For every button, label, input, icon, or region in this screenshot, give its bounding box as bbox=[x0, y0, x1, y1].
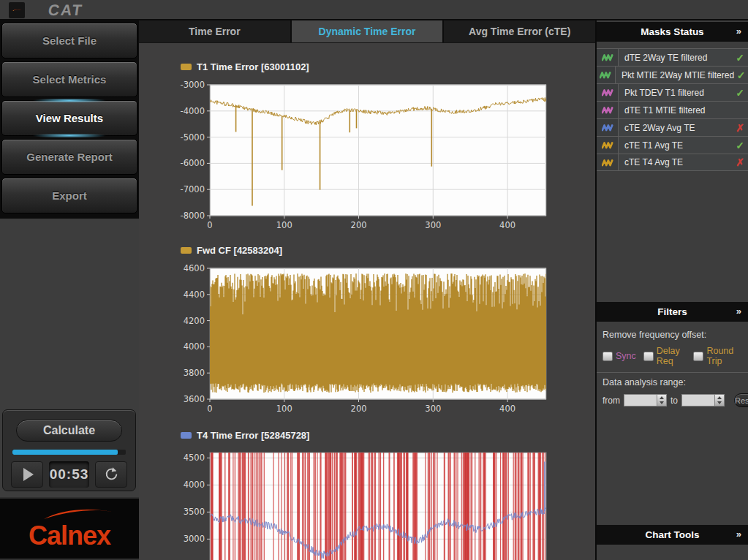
to-label: to bbox=[670, 396, 678, 406]
svg-text:4500: 4500 bbox=[184, 453, 205, 463]
masks-status-collapse-icon[interactable]: » bbox=[736, 26, 741, 37]
spin-up-icon bbox=[660, 396, 664, 399]
nav-button-stack: Select File Select Metrics View Results … bbox=[0, 20, 139, 219]
top-bar: CAT bbox=[0, 0, 748, 20]
progress-bar bbox=[12, 450, 126, 455]
main-content: Time Error Dynamic Time Error Avg Time E… bbox=[139, 20, 597, 560]
calculate-panel: Calculate 00:53 bbox=[2, 409, 136, 491]
tab-avg-time-error[interactable]: Avg Time Error (cTE) bbox=[444, 20, 595, 42]
svg-text:100: 100 bbox=[276, 220, 292, 230]
chart-fwd-cf[interactable]: 4600440042004000380036000100200300400 bbox=[139, 260, 597, 415]
svg-text:0: 0 bbox=[207, 220, 212, 230]
spin-down-icon bbox=[660, 401, 664, 404]
svg-text:-6000: -6000 bbox=[181, 158, 205, 168]
progress-bar-fill bbox=[12, 450, 118, 455]
chart-t4-time-error[interactable]: 4500400035003000 bbox=[139, 445, 597, 560]
svg-text:4600: 4600 bbox=[184, 263, 205, 273]
calnex-swoosh-icon bbox=[11, 6, 23, 15]
reset-button[interactable]: Reset bbox=[734, 393, 748, 407]
filters-body: Remove frequency offset: Sync Delay Req … bbox=[597, 325, 748, 407]
timer-display: 00:53 bbox=[49, 461, 89, 488]
calnex-swoosh bbox=[38, 507, 118, 521]
series-swatch-t4 bbox=[181, 432, 192, 439]
svg-text:4200: 4200 bbox=[184, 316, 205, 326]
select-file-button[interactable]: Select File bbox=[1, 23, 137, 58]
mask-status-icon: ✓ bbox=[732, 87, 748, 99]
mask-waveform-icon bbox=[597, 119, 619, 136]
delay-req-checkbox[interactable] bbox=[643, 352, 654, 361]
svg-text:3600: 3600 bbox=[184, 394, 205, 404]
sync-checkbox[interactable] bbox=[602, 352, 613, 361]
mask-status-icon: ✗ bbox=[732, 156, 748, 168]
round-trip-checkbox[interactable] bbox=[693, 352, 703, 361]
data-range-label: Data analysis range: bbox=[602, 377, 742, 387]
chart-title-t4: T4 Time Error [52845728] bbox=[181, 429, 595, 441]
generate-report-button[interactable]: Generate Report bbox=[1, 139, 137, 175]
chart-title-t1: T1 Time Error [63001102] bbox=[181, 61, 595, 72]
chart-tools-collapse-icon[interactable]: » bbox=[736, 529, 741, 540]
svg-text:0: 0 bbox=[207, 404, 212, 414]
mask-row[interactable]: Pkt TDEV T1 filtered ✓ bbox=[597, 83, 748, 101]
select-metrics-button[interactable]: Select Metrics bbox=[1, 61, 137, 97]
brand-panel: Calnex bbox=[0, 497, 139, 560]
mask-waveform-icon bbox=[597, 84, 619, 101]
svg-text:4400: 4400 bbox=[184, 290, 205, 300]
range-from-spinner[interactable] bbox=[657, 395, 666, 406]
mask-status-icon: ✓ bbox=[734, 69, 748, 81]
range-to-input[interactable] bbox=[682, 395, 714, 406]
freq-offset-label: Remove frequency offset: bbox=[602, 330, 742, 340]
mask-waveform-icon bbox=[597, 102, 619, 118]
repeat-button[interactable] bbox=[95, 461, 127, 488]
sync-label: Sync bbox=[616, 351, 636, 361]
svg-text:3500: 3500 bbox=[184, 507, 205, 517]
spin-up-icon bbox=[717, 396, 722, 399]
series-swatch-t1 bbox=[181, 64, 192, 70]
delay-req-label: Delay Req bbox=[657, 346, 687, 366]
mask-waveform-icon bbox=[597, 49, 619, 66]
mask-waveform-icon bbox=[597, 67, 616, 83]
chart-t1-time-error[interactable]: -3000-4000-5000-6000-7000-80000100200300… bbox=[139, 76, 597, 231]
mask-waveform-icon bbox=[597, 137, 619, 154]
filters-divider bbox=[597, 372, 748, 373]
filters-collapse-icon[interactable]: » bbox=[736, 306, 741, 317]
svg-text:400: 400 bbox=[499, 404, 515, 414]
svg-text:3800: 3800 bbox=[184, 368, 205, 378]
app-icon bbox=[9, 2, 25, 18]
play-icon bbox=[23, 468, 34, 481]
svg-text:4000: 4000 bbox=[184, 341, 205, 352]
calculate-button[interactable]: Calculate bbox=[16, 420, 122, 442]
mask-status-icon: ✓ bbox=[732, 140, 748, 151]
spin-down-icon bbox=[717, 401, 722, 404]
svg-text:200: 200 bbox=[351, 404, 367, 414]
range-to-field bbox=[681, 394, 725, 406]
tab-dynamic-time-error[interactable]: Dynamic Time Error bbox=[292, 20, 445, 42]
svg-text:200: 200 bbox=[351, 220, 367, 230]
mask-row[interactable]: dTE T1 MTIE filtered bbox=[597, 101, 748, 118]
svg-text:3000: 3000 bbox=[184, 534, 205, 544]
play-button[interactable] bbox=[11, 461, 43, 488]
filters-header: Filters » bbox=[597, 302, 748, 322]
mask-row[interactable]: Pkt MTIE 2Way MTIE filtered ✓ bbox=[597, 66, 748, 83]
mask-row[interactable]: dTE 2Way TE filtered ✓ bbox=[597, 48, 748, 66]
mask-waveform-icon bbox=[597, 154, 619, 170]
mask-status-icon: ✓ bbox=[732, 52, 748, 64]
svg-text:100: 100 bbox=[276, 404, 292, 414]
svg-text:-8000: -8000 bbox=[181, 211, 205, 221]
mask-row[interactable]: cTE T1 Avg TE ✓ bbox=[597, 136, 748, 154]
chart-tools-header: Chart Tools » bbox=[597, 525, 748, 545]
chart-title-fwdcf: Fwd CF [42583204] bbox=[181, 244, 595, 256]
range-from-input[interactable] bbox=[624, 395, 657, 406]
tab-time-error[interactable]: Time Error bbox=[139, 20, 292, 42]
series-swatch-fwdcf bbox=[181, 247, 192, 254]
mask-row[interactable]: cTE 2Way Avg TE ✗ bbox=[597, 118, 748, 136]
range-to-spinner[interactable] bbox=[714, 395, 724, 406]
masks-status-list: dTE 2Way TE filtered ✓ Pkt MTIE 2Way MTI… bbox=[597, 48, 748, 171]
svg-text:4000: 4000 bbox=[184, 480, 205, 490]
export-button[interactable]: Export bbox=[1, 178, 137, 213]
view-results-button[interactable]: View Results bbox=[1, 100, 137, 136]
masks-status-header: Masks Status » bbox=[597, 22, 748, 42]
mask-row[interactable]: cTE T4 Avg TE ✗ bbox=[597, 154, 748, 171]
range-from-field bbox=[624, 394, 667, 406]
calnex-logo: Calnex bbox=[0, 521, 139, 551]
repeat-icon bbox=[102, 466, 120, 483]
